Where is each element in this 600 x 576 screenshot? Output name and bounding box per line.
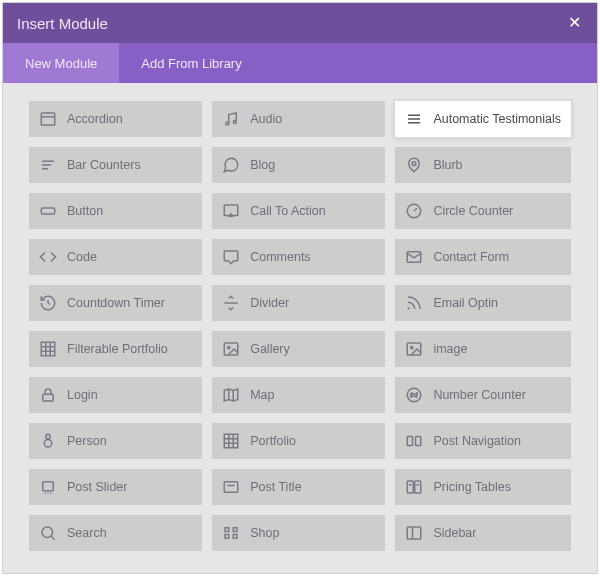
module-post-navigation[interactable]: Post Navigation — [395, 423, 571, 459]
modal-body: AccordionAudioAutomatic TestimonialsBar … — [3, 83, 597, 573]
module-post-title[interactable]: Post Title — [212, 469, 385, 505]
svg-rect-39 — [224, 434, 238, 448]
svg-rect-44 — [408, 437, 413, 446]
module-sidebar[interactable]: Sidebar — [395, 515, 571, 551]
module-label: Call To Action — [250, 204, 326, 218]
module-label: Post Slider — [67, 480, 127, 494]
module-label: Map — [250, 388, 274, 402]
title-icon — [222, 478, 240, 496]
module-automatic-testimonials[interactable]: Automatic Testimonials — [395, 101, 571, 137]
module-filterable-portfolio[interactable]: Filterable Portfolio — [29, 331, 202, 367]
svg-rect-58 — [225, 528, 229, 532]
module-grid: AccordionAudioAutomatic TestimonialsBar … — [29, 101, 571, 551]
svg-point-10 — [413, 162, 417, 166]
map-icon — [222, 386, 240, 404]
svg-line-34 — [417, 392, 418, 398]
module-label: Divider — [250, 296, 289, 310]
module-email-optin[interactable]: Email Optin — [395, 285, 571, 321]
module-map[interactable]: Map — [212, 377, 385, 413]
svg-point-18 — [408, 307, 410, 309]
module-label: image — [433, 342, 467, 356]
button-icon — [39, 202, 57, 220]
svg-rect-60 — [225, 535, 229, 539]
module-circle-counter[interactable]: Circle Counter — [395, 193, 571, 229]
module-label: Button — [67, 204, 103, 218]
svg-point-49 — [50, 492, 52, 494]
module-image[interactable]: image — [395, 331, 571, 367]
svg-point-48 — [47, 492, 49, 494]
svg-rect-26 — [408, 343, 422, 355]
nav-icon — [405, 432, 423, 450]
svg-rect-61 — [233, 535, 237, 539]
module-label: Accordion — [67, 112, 123, 126]
module-label: Portfolio — [250, 434, 296, 448]
modal-header: Insert Module ✕ — [3, 3, 597, 43]
svg-rect-24 — [224, 343, 238, 355]
search-icon — [39, 524, 57, 542]
module-accordion[interactable]: Accordion — [29, 101, 202, 137]
person-icon — [39, 432, 57, 450]
module-code[interactable]: Code — [29, 239, 202, 275]
svg-marker-29 — [224, 389, 238, 401]
tab-new-module[interactable]: New Module — [3, 43, 119, 83]
svg-point-2 — [226, 122, 229, 125]
module-label: Number Counter — [433, 388, 525, 402]
svg-rect-19 — [41, 342, 55, 356]
module-audio[interactable]: Audio — [212, 101, 385, 137]
svg-point-47 — [44, 492, 46, 494]
audio-icon — [222, 110, 240, 128]
svg-line-33 — [411, 392, 412, 398]
svg-rect-28 — [43, 394, 54, 401]
pin-outline-icon — [405, 156, 423, 174]
module-label: Code — [67, 250, 97, 264]
module-label: Sidebar — [433, 526, 476, 540]
module-blog[interactable]: Blog — [212, 147, 385, 183]
module-divider[interactable]: Divider — [212, 285, 385, 321]
svg-point-38 — [44, 440, 52, 448]
close-icon[interactable]: ✕ — [565, 15, 583, 31]
comment-fill-icon — [222, 248, 240, 266]
module-portfolio[interactable]: Portfolio — [212, 423, 385, 459]
svg-point-25 — [228, 346, 230, 348]
module-gallery[interactable]: Gallery — [212, 331, 385, 367]
tab-add-from-library[interactable]: Add From Library — [119, 43, 263, 83]
svg-rect-62 — [408, 527, 422, 539]
module-call-to-action[interactable]: Call To Action — [212, 193, 385, 229]
list-icon — [405, 110, 423, 128]
module-bar-counters[interactable]: Bar Counters — [29, 147, 202, 183]
module-label: Shop — [250, 526, 279, 540]
module-label: Pricing Tables — [433, 480, 511, 494]
module-contact-form[interactable]: Contact Form — [395, 239, 571, 275]
svg-rect-59 — [233, 528, 237, 532]
pricing-icon — [405, 478, 423, 496]
code-icon — [39, 248, 57, 266]
svg-point-32 — [408, 388, 422, 402]
slider-icon — [39, 478, 57, 496]
svg-rect-50 — [224, 482, 238, 493]
module-person[interactable]: Person — [29, 423, 202, 459]
module-label: Blurb — [433, 158, 462, 172]
module-label: Login — [67, 388, 98, 402]
module-login[interactable]: Login — [29, 377, 202, 413]
module-pricing-tables[interactable]: Pricing Tables — [395, 469, 571, 505]
module-post-slider[interactable]: Post Slider — [29, 469, 202, 505]
module-label: Bar Counters — [67, 158, 141, 172]
module-label: Circle Counter — [433, 204, 513, 218]
shop-icon — [222, 524, 240, 542]
module-shop[interactable]: Shop — [212, 515, 385, 551]
history-icon — [39, 294, 57, 312]
hash-icon — [405, 386, 423, 404]
sidebar-icon — [405, 524, 423, 542]
module-blurb[interactable]: Blurb — [395, 147, 571, 183]
module-comments[interactable]: Comments — [212, 239, 385, 275]
modal-tabs: New Module Add From Library — [3, 43, 597, 83]
module-button[interactable]: Button — [29, 193, 202, 229]
module-number-counter[interactable]: Number Counter — [395, 377, 571, 413]
modal-title: Insert Module — [17, 15, 108, 32]
lock-icon — [39, 386, 57, 404]
comment-icon — [222, 156, 240, 174]
module-search[interactable]: Search — [29, 515, 202, 551]
accordion-icon — [39, 110, 57, 128]
module-countdown-timer[interactable]: Countdown Timer — [29, 285, 202, 321]
grid-icon — [222, 432, 240, 450]
